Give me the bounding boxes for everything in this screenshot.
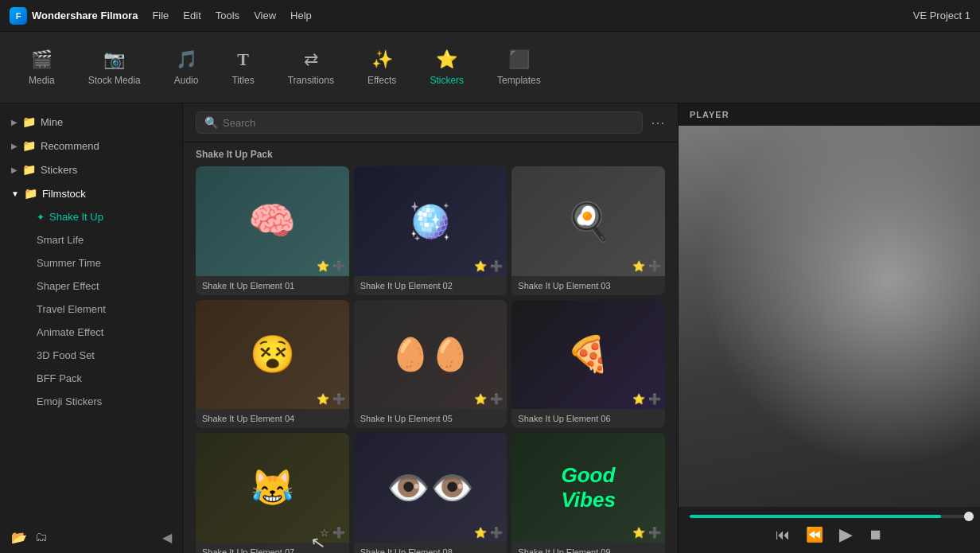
toolbar-audio[interactable]: 🎵 Audio	[161, 43, 212, 92]
collapse-sidebar-icon[interactable]: ◀	[162, 530, 172, 545]
add-icon: ➕	[332, 260, 345, 272]
player-video	[679, 126, 980, 507]
sidebar-item-animate-effect[interactable]: Animate Effect	[29, 321, 182, 344]
sidebar-item-mine[interactable]: ▶ 📁 Mine	[0, 110, 182, 134]
search-input[interactable]	[223, 117, 634, 129]
list-item[interactable]: 😵 ⭐ ➕ Shake It Up Element 04	[196, 300, 349, 429]
player-progress-bar[interactable]	[690, 515, 969, 518]
templates-label: Templates	[497, 75, 541, 86]
sidebar: ▶ 📁 Mine ▶ 📁 Recommend ▶ 📁 Stickers ▼ 📁 …	[0, 103, 183, 553]
menu-tools[interactable]: Tools	[216, 10, 239, 21]
add-icon: ➕	[490, 393, 503, 405]
sidebar-item-recommend[interactable]: ▶ 📁 Recommend	[0, 134, 182, 158]
star-icon: ⭐	[632, 527, 645, 539]
sidebar-item-shake-it-up[interactable]: ✦ Shake It Up	[29, 205, 182, 228]
stop-button[interactable]: ⏹	[869, 527, 883, 543]
sidebar-item-summer-time[interactable]: Summer Time	[29, 251, 182, 275]
sidebar-item-3d-food-set[interactable]: 3D Food Set	[29, 344, 182, 367]
toolbar-media[interactable]: 🎬 Media	[16, 43, 68, 92]
progress-track[interactable]	[690, 515, 969, 518]
sticker-thumbnail: 😹 ☆ ➕	[196, 433, 349, 543]
transitions-label: Transitions	[288, 75, 334, 86]
menu-bar: F Wondershare Filmora File Edit Tools Vi…	[0, 0, 980, 32]
content-header: 🔍 ⋯	[183, 103, 678, 142]
sidebar-filmstock-label: Filmstock	[42, 188, 86, 200]
toolbar-stickers[interactable]: ⭐ Stickers	[417, 43, 476, 92]
list-item[interactable]: GoodVibes ⭐ ➕ Shake It Up Element 09	[511, 433, 665, 553]
sidebar-item-smart-life[interactable]: Smart Life	[29, 228, 182, 251]
sidebar-item-bff-pack[interactable]: BFF Pack	[29, 367, 182, 390]
sticker-thumbnail: 🧠 ⭐ ➕	[196, 166, 349, 276]
folder-icon: 📁	[24, 187, 37, 200]
sticker-thumbnail: GoodVibes ⭐ ➕	[511, 433, 665, 543]
sticker-08-icon: 👁️👁️	[387, 467, 474, 508]
video-frame	[679, 126, 980, 507]
toolbar-transitions[interactable]: ⇄ Transitions	[275, 43, 347, 92]
menu-view[interactable]: View	[254, 10, 276, 21]
step-back-button[interactable]: ⏪	[806, 526, 823, 543]
play-button[interactable]: ▶	[839, 524, 853, 545]
sticker-thumbnail: 🍳 ⭐ ➕	[511, 166, 665, 276]
player-buttons: ⏮ ⏪ ▶ ⏹	[690, 524, 969, 545]
stickers-label: Stickers	[430, 75, 464, 86]
sidebar-item-filmstock[interactable]: ▼ 📁 Filmstock	[0, 181, 182, 205]
list-item[interactable]: 🧠 ⭐ ➕ Shake It Up Element 01	[196, 166, 349, 295]
chevron-down-icon: ▼	[11, 189, 19, 198]
sticker-07-icon: 😹	[251, 467, 294, 508]
new-folder-icon[interactable]: 🗂	[35, 530, 48, 545]
star-icon: ✦	[37, 212, 45, 223]
list-item[interactable]: 😹 ☆ ➕ Shake It Up Element 07 ↖	[196, 433, 349, 553]
add-folder-icon[interactable]: 📂	[11, 530, 27, 545]
sidebar-item-emoji-stickers[interactable]: Emoji Stickers	[29, 390, 182, 413]
sticker-02-icon: 🪩	[408, 201, 452, 242]
sticker-06-icon: 🍕	[566, 333, 610, 375]
rewind-button[interactable]: ⏮	[776, 527, 790, 543]
sticker-label: Shake It Up Element 09	[511, 543, 665, 553]
add-icon: ➕	[648, 527, 661, 539]
menu-file[interactable]: File	[152, 10, 169, 21]
list-item[interactable]: 🍳 ⭐ ➕ Shake It Up Element 03	[511, 166, 665, 295]
list-item[interactable]: 👁️👁️ ⭐ ➕ Shake It Up Element 08	[354, 433, 508, 553]
titles-icon: T	[237, 49, 249, 70]
transitions-icon: ⇄	[304, 49, 318, 70]
search-icon: 🔍	[204, 116, 218, 129]
summer-time-label: Summer Time	[37, 257, 101, 269]
more-options-icon[interactable]: ⋯	[651, 114, 665, 131]
toolbar-templates[interactable]: ⬛ Templates	[484, 43, 554, 92]
toolbar-effects[interactable]: ✨ Effects	[355, 43, 409, 92]
sticker-thumbnail: 👁️👁️ ⭐ ➕	[354, 433, 508, 543]
add-icon: ➕	[648, 260, 661, 272]
sticker-label: Shake It Up Element 08	[354, 543, 508, 553]
search-box[interactable]: 🔍	[196, 111, 643, 134]
sidebar-item-stickers[interactable]: ▶ 📁 Stickers	[0, 158, 182, 181]
sticker-grid: 🧠 ⭐ ➕ Shake It Up Element 01 🪩 ⭐ ➕	[196, 166, 665, 553]
media-icon: 🎬	[31, 49, 52, 70]
titles-label: Titles	[231, 75, 254, 86]
progress-fill	[690, 515, 941, 518]
sticker-label: Shake It Up Element 01	[196, 276, 349, 295]
star-icon: ⭐	[474, 393, 487, 405]
sidebar-item-travel-element[interactable]: Travel Element	[29, 298, 182, 321]
sidebar-item-shaper-effect[interactable]: Shaper Effect	[29, 275, 182, 298]
media-label: Media	[29, 75, 55, 86]
menu-edit[interactable]: Edit	[183, 10, 200, 21]
star-icon: ⭐	[474, 260, 487, 272]
folder-icon: 📁	[22, 115, 36, 128]
sticker-label: Shake It Up Element 03	[511, 276, 665, 295]
sticker-04-icon: 😵	[250, 333, 295, 376]
toolbar-titles[interactable]: T Titles	[219, 43, 266, 92]
content-area: 🔍 ⋯ Shake It Up Pack 🧠 ⭐ ➕	[183, 103, 678, 553]
sticker-03-icon: 🍳	[566, 200, 611, 243]
sticker-09-icon: GoodVibes	[561, 463, 615, 512]
star-icon: ⭐	[632, 260, 645, 272]
toolbar-stock-media[interactable]: 📷 Stock Media	[76, 43, 154, 92]
stock-media-icon: 📷	[103, 49, 125, 70]
list-item[interactable]: 🪩 ⭐ ➕ Shake It Up Element 02	[354, 166, 508, 295]
shake-it-up-label: Shake It Up	[49, 211, 103, 223]
sticker-grid-area: 🧠 ⭐ ➕ Shake It Up Element 01 🪩 ⭐ ➕	[183, 166, 678, 553]
list-item[interactable]: 🍕 ⭐ ➕ Shake It Up Element 06	[511, 300, 665, 429]
stock-media-label: Stock Media	[88, 75, 141, 86]
menu-help[interactable]: Help	[290, 10, 312, 21]
player-label: PLAYER	[679, 103, 980, 126]
list-item[interactable]: 🥚🥚 ⭐ ➕ Shake It Up Element 05	[354, 300, 508, 429]
